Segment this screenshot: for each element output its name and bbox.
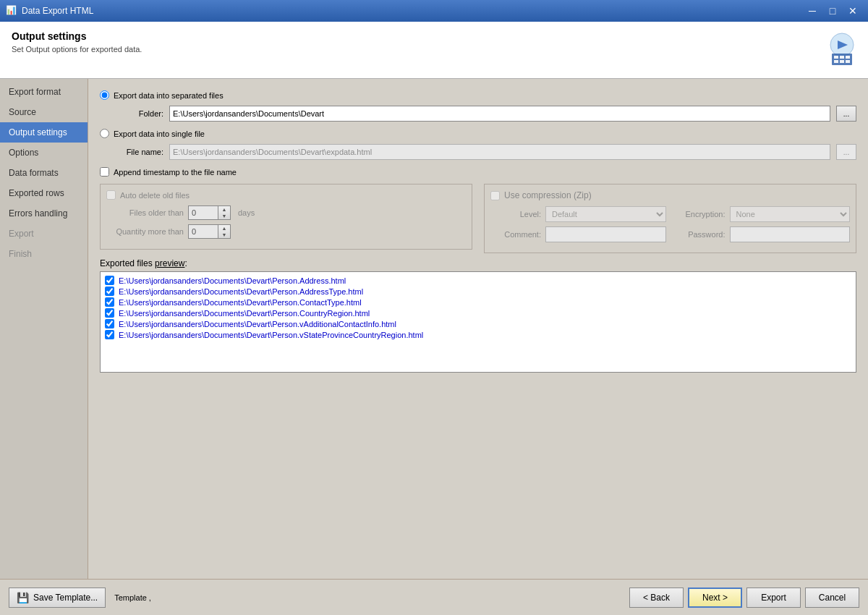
folder-input[interactable] bbox=[169, 106, 830, 122]
save-template-button[interactable]: 💾 Save Template... bbox=[9, 588, 106, 608]
window-controls: ─ □ ✕ bbox=[803, 4, 862, 18]
export-button[interactable]: Export bbox=[746, 588, 801, 608]
main-panel: Export data into separated files Folder:… bbox=[88, 79, 868, 579]
main-window: Output settings Set Output options for e… bbox=[0, 22, 868, 615]
sidebar-item-options[interactable]: Options bbox=[0, 143, 88, 163]
files-older-label: Files older than bbox=[115, 208, 184, 217]
preview-checkbox-3[interactable] bbox=[105, 308, 114, 318]
page-title: Output settings bbox=[12, 30, 142, 42]
template-label: Template , bbox=[114, 593, 151, 602]
svg-rect-4 bbox=[840, 56, 844, 59]
append-timestamp-label: Append timestamp to the file name bbox=[114, 168, 237, 177]
svg-rect-5 bbox=[846, 56, 850, 59]
preview-path-1: E:\Users\jordansanders\Documents\Devart\… bbox=[119, 287, 363, 296]
sidebar-item-source[interactable]: Source bbox=[0, 102, 88, 122]
compression-group: Use compression (Zip) Level: Default Enc… bbox=[484, 184, 856, 253]
encryption-label: Encryption: bbox=[676, 210, 726, 219]
preview-checkbox-4[interactable] bbox=[105, 319, 114, 328]
auto-delete-checkbox bbox=[106, 190, 116, 200]
title-bar: 📊 Data Export HTML ─ □ ✕ bbox=[0, 0, 868, 22]
footer-left: 💾 Save Template... Template , bbox=[9, 588, 151, 608]
footer-right: < Back Next > Export Cancel bbox=[629, 588, 859, 608]
password-label: Password: bbox=[676, 230, 726, 239]
comment-label: Comment: bbox=[490, 230, 541, 239]
left-column: Auto delete old files Files older than ▲… bbox=[100, 184, 472, 255]
append-timestamp-checkbox[interactable] bbox=[100, 167, 109, 177]
preview-checkbox-1[interactable] bbox=[105, 287, 114, 296]
use-compression-label: Use compression (Zip) bbox=[504, 190, 592, 200]
sidebar-item-export-format[interactable]: Export format bbox=[0, 82, 88, 102]
maximize-button[interactable]: □ bbox=[823, 4, 842, 18]
svg-rect-3 bbox=[834, 56, 838, 59]
compression-header: Use compression (Zip) bbox=[490, 190, 850, 200]
preview-checkbox-0[interactable] bbox=[105, 276, 114, 285]
minimize-button[interactable]: ─ bbox=[803, 4, 822, 18]
files-older-down-arrow: ▼ bbox=[218, 213, 230, 219]
file-name-input bbox=[169, 144, 830, 160]
two-column-section: Auto delete old files Files older than ▲… bbox=[100, 184, 856, 255]
export-single-radio[interactable] bbox=[100, 129, 109, 138]
header: Output settings Set Output options for e… bbox=[0, 22, 868, 79]
content-area: Export format Source Output settings Opt… bbox=[0, 79, 868, 579]
files-older-up-arrow: ▲ bbox=[218, 206, 230, 213]
qty-more-input bbox=[188, 224, 218, 239]
cancel-button[interactable]: Cancel bbox=[805, 588, 859, 608]
folder-browse-button[interactable]: ... bbox=[836, 106, 856, 122]
preview-section: Exported files preview: E:\Users\jordans… bbox=[100, 258, 856, 373]
password-input bbox=[730, 226, 851, 242]
file-browse-button: ... bbox=[836, 144, 856, 160]
preview-checkbox-2[interactable] bbox=[105, 297, 114, 307]
next-button[interactable]: Next > bbox=[688, 588, 742, 608]
app-logo-icon bbox=[810, 30, 856, 69]
qty-more-label: Quantity more than bbox=[115, 227, 184, 236]
files-older-row: Files older than ▲ ▼ days bbox=[115, 205, 466, 220]
preview-path-3: E:\Users\jordansanders\Documents\Devart\… bbox=[119, 309, 370, 318]
level-label: Level: bbox=[490, 210, 541, 219]
svg-rect-2 bbox=[832, 54, 852, 65]
export-separated-label: Export data into separated files bbox=[114, 91, 224, 100]
app-icon: 📊 bbox=[6, 5, 17, 17]
files-older-unit: days bbox=[238, 208, 255, 217]
export-single-label: Export data into single file bbox=[114, 130, 205, 138]
preview-item-1: E:\Users\jordansanders\Documents\Devart\… bbox=[103, 286, 853, 297]
sidebar-item-data-formats[interactable]: Data formats bbox=[0, 163, 88, 183]
preview-path-2: E:\Users\jordansanders\Documents\Devart\… bbox=[119, 298, 362, 307]
auto-delete-header: Auto delete old files bbox=[106, 190, 466, 200]
folder-label: Folder: bbox=[114, 109, 163, 118]
preview-path-5: E:\Users\jordansanders\Documents\Devart\… bbox=[119, 331, 423, 339]
level-row: Level: Default Encryption: None bbox=[490, 206, 850, 222]
qty-more-row: Quantity more than ▲ ▼ bbox=[115, 224, 466, 239]
files-older-arrows: ▲ ▼ bbox=[218, 205, 231, 220]
svg-rect-8 bbox=[846, 60, 850, 63]
file-name-label: File name: bbox=[114, 148, 163, 156]
files-older-input bbox=[188, 205, 218, 220]
preview-path-0: E:\Users\jordansanders\Documents\Devart\… bbox=[119, 276, 346, 285]
preview-item-0: E:\Users\jordansanders\Documents\Devart\… bbox=[103, 275, 853, 286]
comment-input bbox=[545, 226, 666, 242]
sidebar-item-finish: Finish bbox=[0, 244, 88, 264]
comment-row: Comment: Password: bbox=[490, 226, 850, 242]
back-button[interactable]: < Back bbox=[629, 588, 684, 608]
export-separated-radio[interactable] bbox=[100, 90, 109, 100]
sidebar-item-export: Export bbox=[0, 224, 88, 244]
export-separated-option[interactable]: Export data into separated files bbox=[100, 90, 856, 100]
qty-more-spinner: ▲ ▼ bbox=[188, 224, 231, 239]
level-select: Default bbox=[545, 206, 666, 222]
files-older-spinner: ▲ ▼ bbox=[188, 205, 231, 220]
use-compression-checkbox bbox=[490, 191, 500, 200]
sidebar-item-errors-handling[interactable]: Errors handling bbox=[0, 203, 88, 224]
append-timestamp-row: Append timestamp to the file name bbox=[100, 167, 856, 177]
floppy-icon: 💾 bbox=[17, 592, 29, 603]
right-column: Use compression (Zip) Level: Default Enc… bbox=[484, 184, 856, 255]
export-single-option[interactable]: Export data into single file bbox=[100, 129, 856, 138]
preview-path-4: E:\Users\jordansanders\Documents\Devart\… bbox=[119, 320, 396, 328]
preview-item-2: E:\Users\jordansanders\Documents\Devart\… bbox=[103, 297, 853, 308]
sidebar-item-output-settings[interactable]: Output settings bbox=[0, 122, 88, 143]
sidebar-item-exported-rows[interactable]: Exported rows bbox=[0, 183, 88, 203]
close-button[interactable]: ✕ bbox=[843, 4, 862, 18]
preview-checkbox-5[interactable] bbox=[105, 330, 114, 339]
svg-rect-6 bbox=[834, 60, 838, 63]
preview-item-4: E:\Users\jordansanders\Documents\Devart\… bbox=[103, 318, 853, 329]
preview-list: E:\Users\jordansanders\Documents\Devart\… bbox=[100, 271, 856, 373]
qty-more-up-arrow: ▲ bbox=[218, 225, 230, 232]
